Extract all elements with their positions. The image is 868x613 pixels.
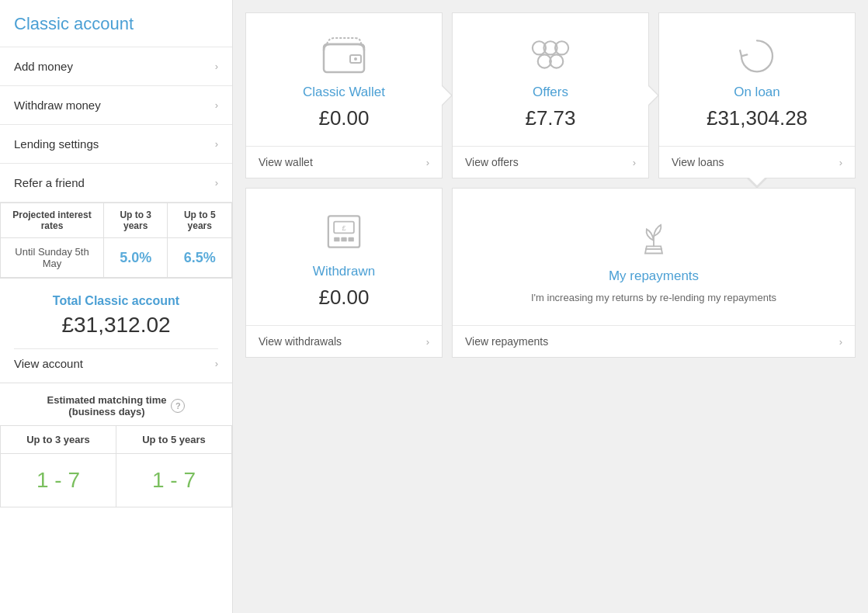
total-label: Total Classic account xyxy=(14,294,218,308)
rates-value-3yr: 5.0% xyxy=(103,238,168,278)
offers-card-top: Offers £7.73 xyxy=(453,13,648,146)
view-repayments-label: View repayments xyxy=(465,335,548,348)
view-repayments-button[interactable]: View repayments › xyxy=(453,325,855,357)
atm-icon: £ xyxy=(321,210,367,253)
wallet-arrow-right xyxy=(442,85,453,106)
sidebar-item-withdraw-money[interactable]: Withdraw money › xyxy=(0,86,232,125)
view-withdrawals-chevron: › xyxy=(426,336,429,348)
rates-col2-header: Up to 5 years xyxy=(168,203,232,238)
sidebar: Classic account Add money › Withdraw mon… xyxy=(0,0,233,613)
svg-rect-11 xyxy=(334,237,339,242)
view-withdrawals-label: View withdrawals xyxy=(259,335,342,348)
matching-col2-header: Up to 5 years xyxy=(116,426,232,454)
lending-settings-chevron: › xyxy=(215,138,218,150)
svg-rect-0 xyxy=(324,44,364,72)
view-offers-chevron: › xyxy=(633,157,636,168)
svg-rect-13 xyxy=(349,237,354,242)
rates-col1-header: Up to 3 years xyxy=(103,203,168,238)
matching-help-icon[interactable]: ? xyxy=(171,399,185,413)
add-money-chevron: › xyxy=(215,61,218,72)
classic-wallet-card-top: Classic Wallet £0.00 xyxy=(246,13,442,146)
matching-table: Up to 3 years Up to 5 years 1 - 7 1 - 7 xyxy=(0,425,232,507)
on-loan-amount: £31,304.28 xyxy=(707,106,807,130)
on-loan-title: On loan xyxy=(734,85,780,100)
view-loans-chevron: › xyxy=(839,157,842,168)
offers-title: Offers xyxy=(533,85,568,100)
lending-settings-label: Lending settings xyxy=(14,137,99,151)
classic-wallet-title: Classic Wallet xyxy=(303,85,385,100)
sidebar-item-add-money[interactable]: Add money › xyxy=(0,47,232,86)
refer-friend-label: Refer a friend xyxy=(14,176,85,189)
loan-icon xyxy=(734,35,780,74)
matching-val1: 1 - 7 xyxy=(1,454,116,507)
offers-card: Offers £7.73 View offers › xyxy=(452,12,649,178)
rates-table: Projected interest rates Up to 3 years U… xyxy=(0,203,232,278)
plant-icon xyxy=(630,215,677,258)
svg-point-2 xyxy=(354,57,357,61)
view-wallet-label: View wallet xyxy=(259,156,313,168)
view-wallet-chevron: › xyxy=(426,157,429,168)
matching-col1-header: Up to 3 years xyxy=(1,426,116,454)
total-section: Total Classic account £31,312.02 View ac… xyxy=(0,279,232,383)
withdrawn-amount: £0.00 xyxy=(318,286,369,310)
view-repayments-chevron: › xyxy=(839,336,842,348)
offers-arrow-right xyxy=(648,85,659,106)
view-loans-button[interactable]: View loans › xyxy=(659,146,855,178)
view-loans-label: View loans xyxy=(672,156,724,168)
matching-section: Estimated matching time(business days) ?… xyxy=(0,383,232,507)
offers-amount: £7.73 xyxy=(525,106,575,130)
matching-val2: 1 - 7 xyxy=(116,454,232,507)
view-account-label: View account xyxy=(14,357,83,370)
withdrawn-card: £ Withdrawn £0.00 View withdrawals › xyxy=(245,188,443,358)
add-money-label: Add money xyxy=(14,60,73,73)
svg-rect-12 xyxy=(341,237,346,242)
sidebar-title: Classic account xyxy=(0,0,232,47)
rates-value-5yr: 6.5% xyxy=(168,238,232,278)
matching-header: Estimated matching time(business days) ? xyxy=(0,383,232,425)
matching-header-text: Estimated matching time(business days) xyxy=(47,394,167,417)
view-withdrawals-button[interactable]: View withdrawals › xyxy=(246,325,442,357)
refer-friend-chevron: › xyxy=(215,177,218,189)
rates-section: Projected interest rates Up to 3 years U… xyxy=(0,203,232,279)
sidebar-item-refer-friend[interactable]: Refer a friend › xyxy=(0,164,232,203)
main-content: Classic Wallet £0.00 View wallet › Offer… xyxy=(233,0,868,613)
sidebar-item-lending-settings[interactable]: Lending settings › xyxy=(0,125,232,164)
view-offers-label: View offers xyxy=(465,156,519,168)
view-account-chevron: › xyxy=(215,358,218,369)
repayments-description: I'm increasing my returns by re-lending … xyxy=(531,290,776,306)
repayments-title: My repayments xyxy=(609,268,699,284)
offers-icon xyxy=(527,35,574,74)
on-loan-card-top: On loan £31,304.28 xyxy=(659,13,855,146)
total-amount: £31,312.02 xyxy=(14,313,218,338)
withdrawn-card-top: £ Withdrawn £0.00 xyxy=(246,189,442,325)
rates-header-label: Projected interest rates xyxy=(1,203,104,238)
svg-text:£: £ xyxy=(342,224,345,232)
view-account-button[interactable]: View account › xyxy=(14,348,218,370)
repayments-card-top: My repayments I'm increasing my returns … xyxy=(453,189,855,325)
view-offers-button[interactable]: View offers › xyxy=(453,146,648,178)
repayments-card: My repayments I'm increasing my returns … xyxy=(452,188,856,358)
loan-arrow-down xyxy=(746,178,768,189)
withdraw-money-chevron: › xyxy=(215,99,218,111)
rates-row-label: Until Sunday 5th May xyxy=(1,238,104,278)
wallet-icon xyxy=(321,35,367,74)
on-loan-card: On loan £31,304.28 View loans › xyxy=(658,12,856,178)
withdrawn-title: Withdrawn xyxy=(313,264,375,279)
classic-wallet-amount: £0.00 xyxy=(318,106,369,130)
classic-wallet-card: Classic Wallet £0.00 View wallet › xyxy=(245,12,443,178)
withdraw-money-label: Withdraw money xyxy=(14,99,101,112)
view-wallet-button[interactable]: View wallet › xyxy=(246,146,442,178)
